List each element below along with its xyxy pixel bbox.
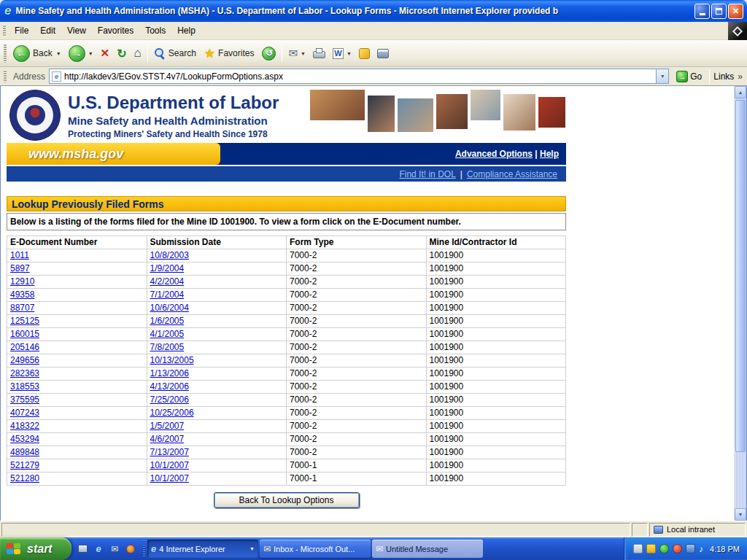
scroll-thumb[interactable] bbox=[735, 100, 746, 452]
help-link[interactable]: Help bbox=[540, 149, 559, 159]
menu-edit[interactable]: Edit bbox=[34, 23, 61, 38]
edocument-link[interactable]: 453294 bbox=[10, 434, 39, 444]
tray-icon-1[interactable] bbox=[633, 544, 643, 553]
submission-date-link[interactable]: 1/5/2007 bbox=[150, 421, 185, 431]
pipe-separator: | bbox=[460, 169, 462, 179]
chevron-right-icon[interactable]: » bbox=[738, 71, 744, 82]
submission-date-link[interactable]: 4/13/2006 bbox=[150, 381, 189, 392]
edit-button[interactable]: W ▼ bbox=[329, 46, 355, 61]
edocument-link[interactable]: 282363 bbox=[10, 368, 39, 378]
submission-date-link[interactable]: 7/1/2004 bbox=[150, 289, 185, 300]
chevron-down-icon[interactable]: ▼ bbox=[347, 51, 352, 56]
edocument-link[interactable]: 375595 bbox=[10, 394, 39, 405]
edocument-link[interactable]: 407243 bbox=[10, 408, 39, 418]
volume-icon[interactable]: ♪ bbox=[699, 544, 703, 553]
taskbar-button-untitled-message[interactable]: ✉ Untitled Message bbox=[372, 540, 483, 558]
menu-favorites[interactable]: Favorites bbox=[92, 23, 139, 38]
addressbar-gripper[interactable] bbox=[4, 70, 7, 83]
toolbar-gripper[interactable] bbox=[4, 44, 7, 62]
forward-button[interactable]: → ▼ bbox=[65, 43, 97, 64]
edocument-link[interactable]: 160015 bbox=[10, 329, 39, 339]
msha-site-tab[interactable]: www.msha.gov bbox=[7, 143, 220, 165]
minimize-button[interactable] bbox=[694, 4, 710, 19]
tray-icon-3[interactable] bbox=[659, 544, 669, 553]
menu-view[interactable]: View bbox=[61, 23, 92, 38]
ie-quicklaunch-icon[interactable]: e bbox=[93, 543, 104, 555]
search-button[interactable]: Search bbox=[150, 45, 201, 61]
chevron-down-icon[interactable]: ▼ bbox=[301, 51, 306, 56]
outlook-quicklaunch-icon[interactable]: ✉ bbox=[109, 543, 120, 555]
edocument-link[interactable]: 12910 bbox=[10, 276, 34, 287]
submission-date-link[interactable]: 10/6/2004 bbox=[150, 303, 189, 313]
stop-button[interactable]: ✕ bbox=[97, 44, 114, 62]
messenger-button[interactable] bbox=[355, 46, 374, 61]
submission-date-link[interactable]: 1/6/2005 bbox=[150, 316, 185, 326]
vertical-scrollbar[interactable]: ▲ ▼ bbox=[734, 86, 746, 521]
links-label[interactable]: Links bbox=[713, 71, 734, 82]
submission-date-link[interactable]: 10/1/2007 bbox=[150, 473, 189, 483]
start-button[interactable]: start bbox=[0, 537, 71, 560]
edocument-link[interactable]: 489848 bbox=[10, 447, 39, 457]
address-dropdown-button[interactable]: ▼ bbox=[656, 69, 668, 83]
taskbar-button-outlook-inbox[interactable]: ✉ Inbox - Microsoft Out... bbox=[260, 540, 371, 558]
submission-date-link[interactable]: 4/1/2005 bbox=[150, 329, 185, 339]
find-it-link[interactable]: Find It! in DOL bbox=[399, 169, 455, 179]
history-button[interactable]: ↺ bbox=[258, 44, 279, 63]
favorites-button[interactable]: ★ Favorites bbox=[201, 44, 259, 63]
submission-date-link[interactable]: 10/1/2007 bbox=[150, 460, 189, 470]
menu-tools[interactable]: Tools bbox=[139, 23, 171, 38]
edocument-link[interactable]: 1011 bbox=[10, 250, 29, 260]
scroll-track[interactable] bbox=[735, 98, 746, 508]
scroll-down-button[interactable]: ▼ bbox=[735, 508, 746, 521]
submission-date-link[interactable]: 10/13/2005 bbox=[150, 355, 194, 365]
edocument-link[interactable]: 49358 bbox=[10, 289, 34, 300]
refresh-button[interactable]: ↻ bbox=[113, 44, 130, 63]
network-icon[interactable] bbox=[686, 544, 695, 553]
edocument-link[interactable]: 418322 bbox=[10, 421, 39, 431]
print-button[interactable] bbox=[309, 46, 329, 61]
submission-date-link[interactable]: 4/6/2007 bbox=[150, 434, 185, 444]
address-input[interactable]: e http://lakdev3/EGov.STST.4v7/LookupFor… bbox=[49, 69, 669, 84]
media-quicklaunch-icon[interactable] bbox=[125, 543, 136, 555]
edocument-link[interactable]: 5897 bbox=[10, 263, 30, 273]
chevron-down-icon[interactable]: ▼ bbox=[56, 51, 61, 56]
edocument-link[interactable]: 125125 bbox=[10, 316, 39, 326]
compliance-assistance-link[interactable]: Compliance Assistance bbox=[467, 169, 557, 179]
security-zone: Local intranet bbox=[649, 523, 746, 537]
edocument-link[interactable]: 88707 bbox=[10, 303, 34, 313]
go-button[interactable]: → Go bbox=[673, 70, 705, 83]
advanced-options-link[interactable]: Advanced Options bbox=[455, 149, 533, 159]
tray-icon-2[interactable] bbox=[646, 544, 656, 553]
submission-date-link[interactable]: 10/25/2006 bbox=[150, 408, 194, 418]
submission-date-link[interactable]: 7/8/2005 bbox=[150, 342, 185, 352]
chevron-down-icon[interactable]: ▼ bbox=[88, 51, 93, 56]
menu-help[interactable]: Help bbox=[171, 23, 201, 38]
scroll-up-button[interactable]: ▲ bbox=[735, 86, 746, 98]
tray-icon-4[interactable] bbox=[673, 544, 682, 553]
back-button[interactable]: ← Back ▼ bbox=[9, 43, 65, 64]
edocument-link[interactable]: 249656 bbox=[10, 355, 39, 365]
discuss-button[interactable] bbox=[374, 47, 392, 61]
submission-date-link[interactable]: 4/2/2004 bbox=[150, 276, 185, 287]
submission-date-link[interactable]: 10/8/2003 bbox=[150, 250, 189, 260]
submission-date-link[interactable]: 1/9/2004 bbox=[150, 263, 185, 273]
submission-date-link[interactable]: 1/13/2006 bbox=[150, 368, 189, 378]
menubar-gripper[interactable] bbox=[3, 25, 6, 37]
mine-id-cell: 1001900 bbox=[426, 289, 566, 302]
submission-date-link[interactable]: 7/25/2006 bbox=[150, 394, 189, 405]
edocument-link[interactable]: 205146 bbox=[10, 342, 39, 352]
taskbar-button-internet-explorer-group[interactable]: e 4 Internet Explorer ▼ bbox=[147, 540, 258, 558]
edocument-link[interactable]: 521279 bbox=[10, 460, 39, 470]
taskbar-clock[interactable]: 4:18 PM bbox=[710, 545, 740, 553]
show-desktop-icon[interactable] bbox=[77, 543, 88, 555]
home-button[interactable]: ⌂ bbox=[131, 44, 145, 63]
menu-file[interactable]: File bbox=[9, 23, 34, 38]
back-to-lookup-options-button[interactable]: Back To Lookup Options bbox=[214, 492, 360, 508]
close-button[interactable]: ✕ bbox=[728, 4, 743, 19]
maximize-button[interactable] bbox=[711, 4, 727, 19]
submission-date-link[interactable]: 7/13/2007 bbox=[150, 447, 189, 457]
edocument-link[interactable]: 521280 bbox=[10, 473, 39, 483]
edocument-link[interactable]: 318553 bbox=[10, 381, 39, 392]
mail-button[interactable]: ✉ ▼ bbox=[285, 44, 309, 62]
form-type-cell: 7000-2 bbox=[287, 407, 427, 420]
